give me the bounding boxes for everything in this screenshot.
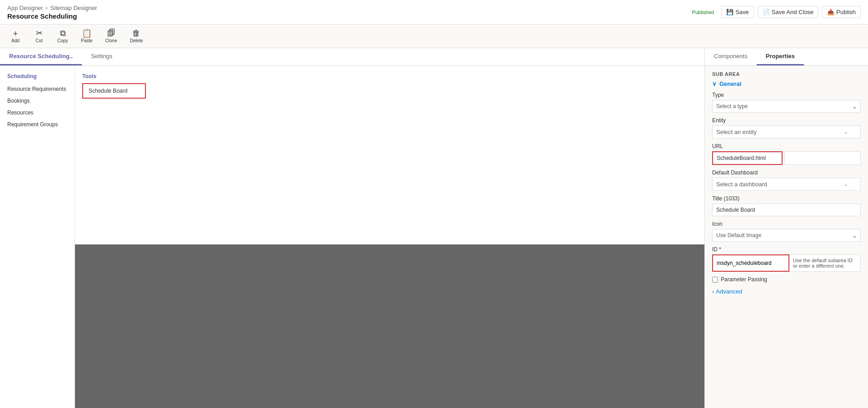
id-label: ID *: [712, 246, 861, 253]
paste-button[interactable]: 📋 Paste: [78, 28, 95, 44]
general-collapsible[interactable]: ∨ General: [712, 80, 861, 87]
breadcrumb-app[interactable]: App Designer: [7, 5, 43, 11]
nav-item-resources[interactable]: Resources: [0, 107, 75, 119]
dashboard-placeholder: Select a dashboard: [716, 181, 767, 188]
dashboard-label: Default Dashboard: [712, 169, 861, 176]
canvas-area: Resource Scheduling.. Settings Schedulin…: [0, 48, 704, 408]
grey-area: [75, 244, 704, 408]
canvas-content: Scheduling Resource Requirements Booking…: [0, 66, 704, 408]
save-close-icon: 📄: [763, 9, 770, 15]
save-icon: 💾: [726, 9, 733, 15]
url-input[interactable]: [712, 151, 783, 165]
parameter-passing-label: Parameter Passing: [721, 276, 767, 283]
dashboard-dropdown[interactable]: Select a dashboard ⌄: [712, 178, 861, 191]
copy-button[interactable]: ⧉ Copy: [55, 28, 71, 44]
schedule-board-card[interactable]: Schedule Board: [82, 83, 146, 99]
main-layout: Resource Scheduling.. Settings Schedulin…: [0, 48, 868, 408]
nav-item-requirement-groups[interactable]: Requirement Groups: [0, 119, 75, 130]
nav-item-bookings[interactable]: Bookings: [0, 95, 75, 107]
panel-tabs: Components Properties: [705, 48, 868, 66]
id-hint: Use the default subarea ID or enter a di…: [789, 254, 861, 272]
breadcrumb-page: Sitemap Designer: [50, 5, 97, 11]
entity-placeholder: Select an entity: [716, 129, 757, 135]
published-badge: Published: [692, 10, 714, 15]
top-bar: App Designer > Sitemap Designer Resource…: [0, 0, 868, 25]
cut-icon: ✂: [36, 29, 43, 37]
chevron-right-icon: ›: [712, 288, 714, 295]
icon-select-wrapper[interactable]: Use Default Image: [712, 229, 861, 242]
tab-components[interactable]: Components: [705, 48, 757, 65]
section-title: SUB AREA: [712, 71, 861, 77]
dashboard-chevron-icon: ⌄: [844, 182, 848, 187]
type-select-wrapper[interactable]: Select a type: [712, 100, 861, 113]
add-button[interactable]: ＋ Add: [7, 28, 24, 44]
clone-button[interactable]: 🗐 Clone: [103, 28, 120, 44]
publish-icon: 📤: [827, 9, 834, 15]
type-label: Type: [712, 92, 861, 98]
type-select[interactable]: Select a type: [712, 100, 861, 113]
delete-button[interactable]: 🗑 Delete: [127, 28, 146, 44]
top-bar-left: App Designer > Sitemap Designer Resource…: [7, 5, 97, 20]
tab-resource-scheduling[interactable]: Resource Scheduling..: [0, 48, 82, 65]
clone-icon: 🗐: [107, 29, 115, 37]
entity-chevron-icon: ⌄: [844, 129, 848, 134]
tools-title: Tools: [82, 73, 697, 80]
title-input[interactable]: [712, 204, 861, 216]
entity-label: Entity: [712, 117, 861, 124]
props-content: SUB AREA ∨ General Type Select a type En…: [705, 66, 868, 300]
copy-icon: ⧉: [60, 29, 66, 37]
entity-dropdown[interactable]: Select an entity ⌄: [712, 125, 861, 139]
save-button[interactable]: 💾 Save: [721, 6, 754, 18]
url-row: [712, 151, 861, 165]
id-input[interactable]: [712, 254, 789, 272]
parameter-passing-row: Parameter Passing: [712, 276, 861, 283]
app-title: Resource Scheduling: [7, 12, 97, 20]
main-canvas-wrapper: Tools Schedule Board: [75, 66, 704, 408]
chevron-down-icon: ∨: [712, 80, 717, 87]
cut-button[interactable]: ✂ Cut: [31, 28, 47, 44]
tab-settings[interactable]: Settings: [82, 48, 121, 65]
tab-properties[interactable]: Properties: [757, 48, 804, 65]
add-icon: ＋: [11, 29, 20, 37]
top-bar-right: Published 💾 Save 📄 Save And Close 📤 Publ…: [692, 6, 861, 18]
tools-section: Tools Schedule Board: [82, 73, 697, 99]
id-row: Use the default subarea ID or enter a di…: [712, 254, 861, 272]
properties-panel: Components Properties SUB AREA ∨ General…: [704, 48, 868, 408]
url-label: URL: [712, 143, 861, 149]
nav-group-title: Scheduling: [0, 73, 75, 83]
save-and-close-button[interactable]: 📄 Save And Close: [758, 6, 819, 18]
paste-icon: 📋: [82, 29, 92, 37]
icon-select[interactable]: Use Default Image: [712, 229, 861, 242]
breadcrumb-separator: >: [45, 5, 49, 11]
nav-item-resource-requirements[interactable]: Resource Requirements: [0, 83, 75, 95]
parameter-passing-checkbox[interactable]: [712, 277, 718, 283]
advanced-link[interactable]: › Advanced: [712, 288, 861, 295]
breadcrumb: App Designer > Sitemap Designer: [7, 5, 97, 11]
toolbar: ＋ Add ✂ Cut ⧉ Copy 📋 Paste 🗐 Clone 🗑 Del…: [0, 25, 868, 48]
url-extra-input[interactable]: [784, 151, 861, 165]
publish-button[interactable]: 📤 Publish: [822, 6, 861, 18]
main-canvas: Tools Schedule Board: [75, 66, 704, 244]
icon-label: Icon: [712, 221, 861, 227]
tab-bar: Resource Scheduling.. Settings: [0, 48, 704, 66]
nav-sidebar: Scheduling Resource Requirements Booking…: [0, 66, 75, 408]
delete-icon: 🗑: [132, 29, 140, 37]
title-label: Title (1033): [712, 195, 861, 202]
